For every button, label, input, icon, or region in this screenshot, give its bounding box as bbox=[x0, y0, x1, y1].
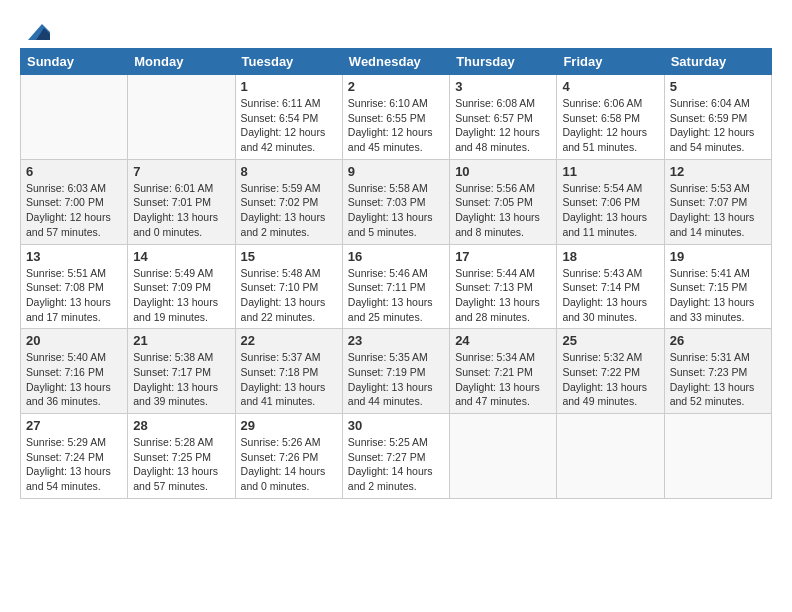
calendar-cell: 21Sunrise: 5:38 AM Sunset: 7:17 PM Dayli… bbox=[128, 329, 235, 414]
calendar-cell: 2Sunrise: 6:10 AM Sunset: 6:55 PM Daylig… bbox=[342, 75, 449, 160]
day-number: 9 bbox=[348, 164, 444, 179]
day-number: 10 bbox=[455, 164, 551, 179]
day-number: 26 bbox=[670, 333, 766, 348]
day-info: Sunrise: 5:56 AM Sunset: 7:05 PM Dayligh… bbox=[455, 181, 551, 240]
day-number: 20 bbox=[26, 333, 122, 348]
day-info: Sunrise: 5:32 AM Sunset: 7:22 PM Dayligh… bbox=[562, 350, 658, 409]
day-number: 12 bbox=[670, 164, 766, 179]
calendar-cell: 22Sunrise: 5:37 AM Sunset: 7:18 PM Dayli… bbox=[235, 329, 342, 414]
calendar-cell bbox=[21, 75, 128, 160]
calendar-week-row: 20Sunrise: 5:40 AM Sunset: 7:16 PM Dayli… bbox=[21, 329, 772, 414]
day-info: Sunrise: 5:34 AM Sunset: 7:21 PM Dayligh… bbox=[455, 350, 551, 409]
page-header bbox=[20, 20, 772, 38]
day-info: Sunrise: 5:51 AM Sunset: 7:08 PM Dayligh… bbox=[26, 266, 122, 325]
day-number: 13 bbox=[26, 249, 122, 264]
calendar-cell: 3Sunrise: 6:08 AM Sunset: 6:57 PM Daylig… bbox=[450, 75, 557, 160]
day-info: Sunrise: 6:10 AM Sunset: 6:55 PM Dayligh… bbox=[348, 96, 444, 155]
day-number: 14 bbox=[133, 249, 229, 264]
logo bbox=[20, 20, 50, 38]
calendar-cell: 28Sunrise: 5:28 AM Sunset: 7:25 PM Dayli… bbox=[128, 414, 235, 499]
day-number: 24 bbox=[455, 333, 551, 348]
day-info: Sunrise: 5:46 AM Sunset: 7:11 PM Dayligh… bbox=[348, 266, 444, 325]
day-number: 28 bbox=[133, 418, 229, 433]
day-number: 5 bbox=[670, 79, 766, 94]
calendar-cell: 8Sunrise: 5:59 AM Sunset: 7:02 PM Daylig… bbox=[235, 159, 342, 244]
calendar-cell: 1Sunrise: 6:11 AM Sunset: 6:54 PM Daylig… bbox=[235, 75, 342, 160]
day-number: 16 bbox=[348, 249, 444, 264]
day-info: Sunrise: 5:31 AM Sunset: 7:23 PM Dayligh… bbox=[670, 350, 766, 409]
calendar-cell: 23Sunrise: 5:35 AM Sunset: 7:19 PM Dayli… bbox=[342, 329, 449, 414]
day-info: Sunrise: 5:26 AM Sunset: 7:26 PM Dayligh… bbox=[241, 435, 337, 494]
calendar-week-row: 13Sunrise: 5:51 AM Sunset: 7:08 PM Dayli… bbox=[21, 244, 772, 329]
day-info: Sunrise: 6:01 AM Sunset: 7:01 PM Dayligh… bbox=[133, 181, 229, 240]
calendar-cell: 24Sunrise: 5:34 AM Sunset: 7:21 PM Dayli… bbox=[450, 329, 557, 414]
calendar-cell: 16Sunrise: 5:46 AM Sunset: 7:11 PM Dayli… bbox=[342, 244, 449, 329]
day-number: 2 bbox=[348, 79, 444, 94]
calendar-cell bbox=[128, 75, 235, 160]
calendar-cell: 18Sunrise: 5:43 AM Sunset: 7:14 PM Dayli… bbox=[557, 244, 664, 329]
day-number: 29 bbox=[241, 418, 337, 433]
calendar-cell: 13Sunrise: 5:51 AM Sunset: 7:08 PM Dayli… bbox=[21, 244, 128, 329]
day-number: 18 bbox=[562, 249, 658, 264]
day-info: Sunrise: 5:40 AM Sunset: 7:16 PM Dayligh… bbox=[26, 350, 122, 409]
weekday-header-friday: Friday bbox=[557, 49, 664, 75]
calendar-cell bbox=[664, 414, 771, 499]
day-number: 30 bbox=[348, 418, 444, 433]
calendar-cell bbox=[557, 414, 664, 499]
calendar-cell: 6Sunrise: 6:03 AM Sunset: 7:00 PM Daylig… bbox=[21, 159, 128, 244]
calendar-cell: 15Sunrise: 5:48 AM Sunset: 7:10 PM Dayli… bbox=[235, 244, 342, 329]
calendar-cell: 17Sunrise: 5:44 AM Sunset: 7:13 PM Dayli… bbox=[450, 244, 557, 329]
day-number: 22 bbox=[241, 333, 337, 348]
weekday-header-wednesday: Wednesday bbox=[342, 49, 449, 75]
day-info: Sunrise: 5:25 AM Sunset: 7:27 PM Dayligh… bbox=[348, 435, 444, 494]
day-info: Sunrise: 5:49 AM Sunset: 7:09 PM Dayligh… bbox=[133, 266, 229, 325]
day-info: Sunrise: 6:03 AM Sunset: 7:00 PM Dayligh… bbox=[26, 181, 122, 240]
day-info: Sunrise: 6:04 AM Sunset: 6:59 PM Dayligh… bbox=[670, 96, 766, 155]
calendar-table: SundayMondayTuesdayWednesdayThursdayFrid… bbox=[20, 48, 772, 499]
day-number: 15 bbox=[241, 249, 337, 264]
calendar-cell: 11Sunrise: 5:54 AM Sunset: 7:06 PM Dayli… bbox=[557, 159, 664, 244]
calendar-cell: 25Sunrise: 5:32 AM Sunset: 7:22 PM Dayli… bbox=[557, 329, 664, 414]
calendar-header-row: SundayMondayTuesdayWednesdayThursdayFrid… bbox=[21, 49, 772, 75]
calendar-cell: 27Sunrise: 5:29 AM Sunset: 7:24 PM Dayli… bbox=[21, 414, 128, 499]
calendar-cell bbox=[450, 414, 557, 499]
day-info: Sunrise: 5:35 AM Sunset: 7:19 PM Dayligh… bbox=[348, 350, 444, 409]
calendar-cell: 14Sunrise: 5:49 AM Sunset: 7:09 PM Dayli… bbox=[128, 244, 235, 329]
calendar-week-row: 1Sunrise: 6:11 AM Sunset: 6:54 PM Daylig… bbox=[21, 75, 772, 160]
day-info: Sunrise: 6:11 AM Sunset: 6:54 PM Dayligh… bbox=[241, 96, 337, 155]
day-info: Sunrise: 5:43 AM Sunset: 7:14 PM Dayligh… bbox=[562, 266, 658, 325]
day-info: Sunrise: 5:54 AM Sunset: 7:06 PM Dayligh… bbox=[562, 181, 658, 240]
day-number: 27 bbox=[26, 418, 122, 433]
calendar-week-row: 6Sunrise: 6:03 AM Sunset: 7:00 PM Daylig… bbox=[21, 159, 772, 244]
day-number: 4 bbox=[562, 79, 658, 94]
weekday-header-thursday: Thursday bbox=[450, 49, 557, 75]
calendar-cell: 4Sunrise: 6:06 AM Sunset: 6:58 PM Daylig… bbox=[557, 75, 664, 160]
calendar-cell: 20Sunrise: 5:40 AM Sunset: 7:16 PM Dayli… bbox=[21, 329, 128, 414]
weekday-header-tuesday: Tuesday bbox=[235, 49, 342, 75]
weekday-header-sunday: Sunday bbox=[21, 49, 128, 75]
logo-icon bbox=[22, 20, 50, 42]
day-number: 19 bbox=[670, 249, 766, 264]
day-number: 11 bbox=[562, 164, 658, 179]
calendar-cell: 9Sunrise: 5:58 AM Sunset: 7:03 PM Daylig… bbox=[342, 159, 449, 244]
day-info: Sunrise: 6:06 AM Sunset: 6:58 PM Dayligh… bbox=[562, 96, 658, 155]
day-number: 8 bbox=[241, 164, 337, 179]
calendar-cell: 10Sunrise: 5:56 AM Sunset: 7:05 PM Dayli… bbox=[450, 159, 557, 244]
day-info: Sunrise: 5:37 AM Sunset: 7:18 PM Dayligh… bbox=[241, 350, 337, 409]
calendar-cell: 26Sunrise: 5:31 AM Sunset: 7:23 PM Dayli… bbox=[664, 329, 771, 414]
day-number: 6 bbox=[26, 164, 122, 179]
day-number: 25 bbox=[562, 333, 658, 348]
day-number: 3 bbox=[455, 79, 551, 94]
day-info: Sunrise: 5:44 AM Sunset: 7:13 PM Dayligh… bbox=[455, 266, 551, 325]
day-info: Sunrise: 5:28 AM Sunset: 7:25 PM Dayligh… bbox=[133, 435, 229, 494]
day-info: Sunrise: 5:48 AM Sunset: 7:10 PM Dayligh… bbox=[241, 266, 337, 325]
day-number: 23 bbox=[348, 333, 444, 348]
calendar-cell: 12Sunrise: 5:53 AM Sunset: 7:07 PM Dayli… bbox=[664, 159, 771, 244]
day-info: Sunrise: 5:38 AM Sunset: 7:17 PM Dayligh… bbox=[133, 350, 229, 409]
weekday-header-monday: Monday bbox=[128, 49, 235, 75]
calendar-cell: 5Sunrise: 6:04 AM Sunset: 6:59 PM Daylig… bbox=[664, 75, 771, 160]
day-number: 7 bbox=[133, 164, 229, 179]
calendar-cell: 7Sunrise: 6:01 AM Sunset: 7:01 PM Daylig… bbox=[128, 159, 235, 244]
day-info: Sunrise: 5:41 AM Sunset: 7:15 PM Dayligh… bbox=[670, 266, 766, 325]
day-info: Sunrise: 5:59 AM Sunset: 7:02 PM Dayligh… bbox=[241, 181, 337, 240]
